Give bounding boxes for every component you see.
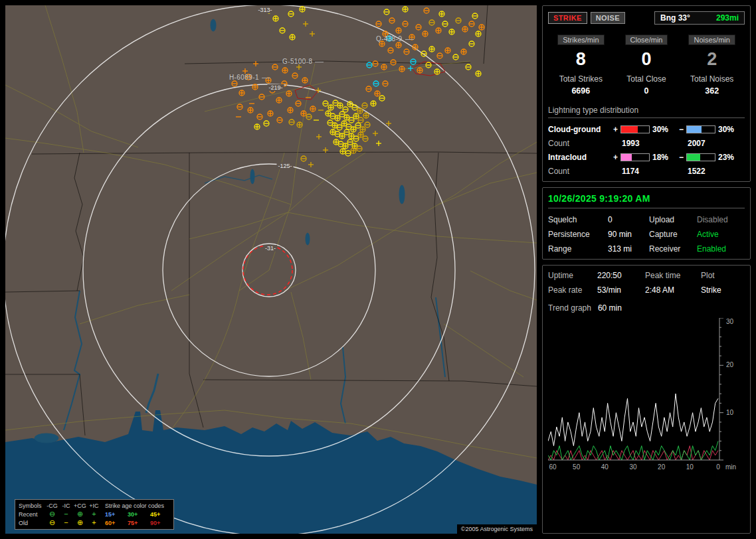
trend-panel: Uptime 220:50 Peak time Plot Peak rate 5… <box>542 265 751 534</box>
cg-positive-pct: 30% <box>652 125 668 134</box>
range-ring-label: -219- <box>267 84 284 91</box>
peak-time-label: Peak time <box>645 271 701 280</box>
old-ic-pos-icon: + <box>87 519 101 526</box>
noise-mode-button[interactable]: NOISE <box>591 12 625 24</box>
recent-cg-neg-icon: ⊖ <box>45 510 59 518</box>
receiver-status: Enabled <box>697 244 745 254</box>
uptime-label: Uptime <box>548 271 597 280</box>
age-code-45: 45+ <box>150 511 170 518</box>
legend-header-cg-pos: +CG <box>73 502 87 509</box>
legend-recent-label: Recent <box>19 511 45 518</box>
ic-negative-bar-cell: − 23% <box>679 153 745 162</box>
legend-symbols-label: Symbols <box>19 502 45 509</box>
svg-text:20: 20 <box>658 463 666 471</box>
legend-age-title: Strike age color codes <box>101 502 170 509</box>
ic-positive-count: 1174 <box>613 167 679 176</box>
map-legend: Symbols -CG -IC +CG +IC Strike age color… <box>15 499 174 530</box>
total-strikes-value: 6696 <box>548 86 614 96</box>
svg-text:30: 30 <box>726 318 734 325</box>
svg-text:0: 0 <box>716 463 720 471</box>
status-grid: Squelch 0 Upload Disabled Persistence 90… <box>548 215 745 254</box>
strike-mode-button[interactable]: STRIKE <box>548 12 587 24</box>
age-code-60: 60+ <box>105 520 125 526</box>
distribution-grid: Cloud-ground + 30% − 30% Count 1993 2007… <box>548 125 745 176</box>
legend-header-ic-neg: -IC <box>59 502 73 509</box>
legend-header-cg-neg: -CG <box>45 502 59 509</box>
cg-negative-count: 2007 <box>679 139 745 148</box>
old-cg-pos-icon: ⊕ <box>73 519 87 526</box>
upload-label: Upload <box>649 215 697 224</box>
range-ring-label: -31- <box>264 245 277 252</box>
close-per-min-value: 0 <box>614 49 680 69</box>
total-strikes-label: Total Strikes <box>548 74 614 84</box>
cg-negative-bar-cell: − 30% <box>679 125 745 134</box>
ic-positive-bar-cell: + 18% <box>613 153 679 162</box>
bearing-box: Bng 33° 293mi <box>654 11 745 25</box>
peak-time-value: 2:48 AM <box>645 285 701 295</box>
age-code-30: 30+ <box>128 511 147 518</box>
plus-sign: + <box>613 153 618 162</box>
receiver-label: Receiver <box>649 244 697 254</box>
capture-status: Active <box>697 230 745 239</box>
range-ring-label: -313- <box>256 7 273 13</box>
legend-old-label: Old <box>19 520 45 526</box>
status-panel: 10/26/2025 9:19:20 AM Squelch 0 Upload D… <box>542 187 751 260</box>
age-code-75: 75+ <box>128 520 147 526</box>
cg-positive-bar-cell: + 30% <box>613 125 679 134</box>
cg-count-label: Count <box>548 139 613 148</box>
trend-graph: 3020106050403020100min <box>548 318 745 472</box>
range-value: 313 mi <box>608 244 649 254</box>
trend-window-value: 60 min <box>598 303 622 313</box>
range-ring-label: -125- <box>276 163 293 169</box>
ic-positive-bar <box>620 153 650 161</box>
strike-stats-panel: STRIKE NOISE Bng 33° 293mi Strikes/min C… <box>542 5 751 182</box>
recent-ic-neg-icon: − <box>59 510 73 518</box>
svg-text:30: 30 <box>629 463 637 471</box>
uptime-value: 220:50 <box>597 271 645 280</box>
plot-value: Strike <box>701 285 745 295</box>
lightning-map[interactable]: -313--219--125--31-H-6089-1G-5100-8Q-438… <box>5 5 537 534</box>
persistence-value: 90 min <box>608 230 649 239</box>
persistence-label: Persistence <box>548 230 608 239</box>
total-close-label: Total Close <box>614 74 680 84</box>
svg-text:min: min <box>725 463 736 471</box>
svg-text:10: 10 <box>686 463 694 471</box>
storm-cell-label: G-5100-8 <box>282 58 324 65</box>
squelch-value: 0 <box>608 215 649 224</box>
svg-text:40: 40 <box>601 463 609 471</box>
svg-text:10: 10 <box>726 409 734 416</box>
sidebar: STRIKE NOISE Bng 33° 293mi Strikes/min C… <box>542 5 751 534</box>
ic-positive-pct: 18% <box>652 153 668 162</box>
minus-sign: − <box>679 125 684 134</box>
ic-negative-bar <box>686 153 715 161</box>
capture-label: Capture <box>649 230 697 239</box>
total-noises-label: Total Noises <box>679 74 745 84</box>
old-ic-neg-icon: − <box>59 519 73 526</box>
strikes-per-min-value: 8 <box>548 49 614 69</box>
strikes-per-min-chip: Strikes/min <box>557 35 604 45</box>
old-cg-neg-icon: ⊖ <box>45 519 59 526</box>
ic-count-label: Count <box>548 167 613 176</box>
svg-text:50: 50 <box>573 463 581 471</box>
cg-negative-bar <box>686 125 715 133</box>
bearing-range: 293mi <box>716 13 739 23</box>
age-code-15: 15+ <box>105 511 125 518</box>
upload-status: Disabled <box>697 215 745 224</box>
cg-positive-count: 1993 <box>613 139 679 148</box>
uptime-grid: Uptime 220:50 Peak time Plot Peak rate 5… <box>548 271 745 295</box>
peak-rate-label: Peak rate <box>548 285 597 295</box>
copyright-text: ©2005 Astrogenic Systems <box>457 524 537 534</box>
cg-negative-pct: 30% <box>718 125 734 134</box>
svg-text:60: 60 <box>549 463 557 471</box>
noises-per-min-chip: Noises/min <box>688 35 735 45</box>
trend-graph-label: Trend graph <box>548 303 591 313</box>
datetime-display: 10/26/2025 9:19:20 AM <box>548 193 745 208</box>
peak-rate-value: 53/min <box>597 285 645 295</box>
total-close-value: 0 <box>614 86 680 96</box>
total-noises-value: 362 <box>679 86 745 96</box>
plus-sign: + <box>613 125 618 134</box>
squelch-label: Squelch <box>548 215 608 224</box>
ic-negative-count: 1522 <box>679 167 745 176</box>
close-per-min-chip: Close/min <box>625 35 668 45</box>
storm-cell-label: H-6089-1 <box>229 74 270 81</box>
